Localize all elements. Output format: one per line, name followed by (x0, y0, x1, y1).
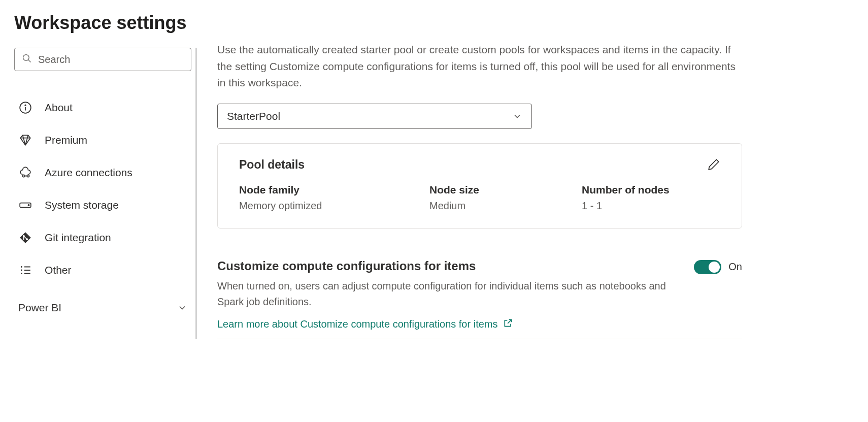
svg-line-20 (508, 319, 512, 323)
sidebar-item-label: Git integration (45, 232, 111, 244)
external-link-icon (503, 318, 513, 331)
svg-point-15 (21, 270, 22, 271)
sidebar-item-git-integration[interactable]: Git integration (14, 221, 191, 254)
pool-details-title: Pool details (239, 158, 305, 172)
search-box[interactable] (14, 48, 191, 71)
pencil-icon (707, 164, 720, 173)
list-icon (18, 263, 32, 277)
search-input[interactable] (38, 54, 184, 66)
customize-compute-title: Customize compute configurations for ite… (217, 259, 674, 273)
svg-point-4 (25, 105, 26, 106)
sidebar: About Premium (14, 48, 197, 339)
customize-compute-description: When turned on, users can adjust compute… (217, 278, 674, 310)
customize-compute-toggle[interactable] (694, 260, 721, 274)
svg-point-14 (21, 266, 22, 268)
sidebar-item-label: Premium (45, 134, 87, 146)
sidebar-item-premium[interactable]: Premium (14, 124, 191, 156)
toggle-state-label: On (728, 261, 742, 273)
cloud-link-icon (18, 166, 32, 180)
svg-point-0 (23, 55, 29, 61)
sidebar-section-powerbi[interactable]: Power BI (14, 286, 191, 319)
search-icon (22, 53, 38, 66)
customize-compute-setting: Customize compute configurations for ite… (217, 259, 742, 339)
edit-pool-button[interactable] (707, 158, 720, 171)
chevron-down-icon (177, 303, 187, 313)
svg-point-6 (27, 175, 29, 177)
sidebar-item-label: System storage (45, 199, 119, 211)
diamond-icon (18, 133, 32, 147)
svg-point-9 (28, 205, 29, 206)
node-size-value: Medium (429, 200, 582, 212)
sidebar-item-other[interactable]: Other (14, 254, 191, 286)
toggle-knob (709, 262, 720, 273)
sidebar-item-label: About (45, 102, 73, 114)
sidebar-item-label: Azure connections (45, 167, 132, 179)
sidebar-item-azure-connections[interactable]: Azure connections (14, 156, 191, 189)
num-nodes-label: Number of nodes (582, 184, 670, 196)
node-family-label: Node family (239, 184, 429, 196)
pool-dropdown-value: StarterPool (227, 110, 280, 122)
page-title: Workspace settings (14, 12, 854, 34)
node-family-value: Memory optimized (239, 200, 429, 212)
learn-more-link[interactable]: Learn more about Customize compute confi… (217, 318, 513, 331)
sidebar-section-label: Power BI (18, 302, 61, 314)
info-icon (18, 101, 32, 115)
svg-line-1 (28, 60, 31, 62)
svg-point-16 (21, 273, 22, 274)
pool-details-card: Pool details Node family Memory optimize… (217, 143, 742, 229)
sidebar-item-label: Other (45, 264, 72, 276)
sidebar-item-about[interactable]: About (14, 91, 191, 124)
chevron-down-icon (512, 111, 522, 121)
learn-more-text: Learn more about Customize compute confi… (217, 318, 498, 330)
pool-dropdown[interactable]: StarterPool (217, 104, 532, 129)
pool-intro-text: Use the automatically created starter po… (217, 42, 742, 91)
main-content: Use the automatically created starter po… (197, 48, 854, 339)
svg-point-5 (23, 175, 25, 177)
storage-icon (18, 198, 32, 212)
sidebar-item-system-storage[interactable]: System storage (14, 189, 191, 221)
num-nodes-value: 1 - 1 (582, 200, 670, 212)
node-size-label: Node size (429, 184, 582, 196)
git-icon (18, 231, 32, 245)
